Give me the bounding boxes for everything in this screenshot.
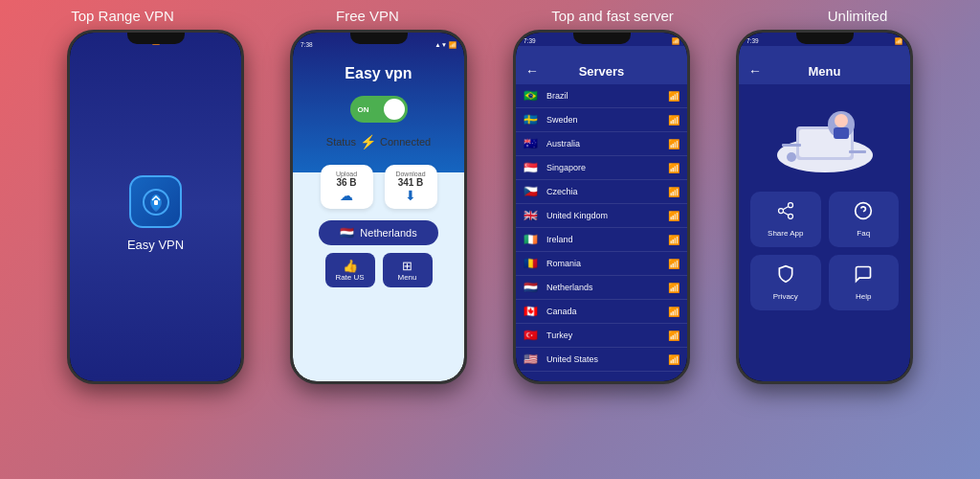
phone3-wrapper: 7:39 📶 ← Servers 🇧🇷 Brazil 📶 🇸🇪 bbox=[499, 30, 704, 384]
phone3-time: 7:39 bbox=[523, 37, 536, 44]
status-label: Status bbox=[326, 136, 356, 148]
server-netherlands-name: Netherlands bbox=[546, 283, 662, 292]
server-australia[interactable]: 🇦🇺 Australia 📶 bbox=[516, 132, 687, 156]
us-flag-icon: 🇺🇸 bbox=[523, 353, 541, 366]
help-label: Help bbox=[856, 292, 871, 301]
phone3: 7:39 📶 ← Servers 🇧🇷 Brazil 📶 🇸🇪 bbox=[513, 30, 690, 384]
phone1-notch bbox=[127, 33, 185, 44]
server-list: 🇧🇷 Brazil 📶 🇸🇪 Sweden 📶 🇦🇺 Australia 📶 bbox=[516, 84, 687, 381]
svg-line-16 bbox=[783, 206, 789, 209]
bottom-buttons: 👍 Rate US ⊞ Menu bbox=[325, 253, 433, 287]
server-singapore[interactable]: 🇸🇬 Singapore 📶 bbox=[516, 156, 687, 180]
phone2-bottombar: ◀ ⬤ ▬ bbox=[293, 381, 464, 384]
svg-rect-10 bbox=[849, 150, 866, 153]
signal-icon-4: 📶 bbox=[668, 163, 679, 173]
servers-header: ← Servers bbox=[516, 46, 687, 84]
vpn-toggle[interactable]: ON bbox=[350, 96, 408, 123]
menu-help[interactable]: Help bbox=[829, 255, 900, 310]
netherlands-flag-icon-3: 🇳🇱 bbox=[523, 281, 541, 294]
faq-label: Faq bbox=[857, 229, 870, 238]
menu-share-app[interactable]: Share App bbox=[750, 192, 821, 247]
phone4-time: 7:39 bbox=[746, 37, 759, 44]
svg-rect-2 bbox=[154, 200, 158, 205]
share-app-label: Share App bbox=[768, 229, 803, 238]
toggle-knob bbox=[384, 99, 405, 120]
phone4: 7:39 📶 ← Menu bbox=[736, 30, 913, 384]
upload-value: 36 B bbox=[330, 177, 364, 188]
svg-point-11 bbox=[787, 152, 796, 162]
download-value: 341 B bbox=[394, 177, 428, 188]
server-canada[interactable]: 🇨🇦 Canada 📶 bbox=[516, 300, 687, 324]
sweden-flag-icon: 🇸🇪 bbox=[523, 113, 541, 126]
menu-illustration bbox=[739, 84, 910, 184]
server-turkey[interactable]: 🇹🇷 Turkey 📶 bbox=[516, 324, 687, 348]
svg-point-7 bbox=[835, 114, 848, 127]
phone3-bottombar: ◀ ⬤ ▬ bbox=[516, 381, 687, 384]
download-icon: ⬇ bbox=[394, 188, 428, 203]
rate-label: Rate US bbox=[335, 273, 364, 282]
phone1-bottombar: ◀ ⬤ ▬ bbox=[70, 381, 241, 384]
canada-flag-icon: 🇨🇦 bbox=[523, 305, 541, 318]
brazil-flag-icon: 🇧🇷 bbox=[523, 89, 541, 103]
faq-icon bbox=[854, 201, 873, 225]
phone2-signal: ▲▼ 📶 bbox=[434, 41, 457, 49]
server-us[interactable]: 🇺🇸 United States 📶 bbox=[516, 348, 687, 372]
server-uk-name: United Kingdom bbox=[546, 211, 662, 220]
server-ireland[interactable]: 🇮🇪 Ireland 📶 bbox=[516, 228, 687, 252]
stats-row: Upload 36 B ☁ Download 341 B ⬇ bbox=[321, 165, 437, 209]
rate-us-button[interactable]: 👍 Rate US bbox=[325, 253, 375, 287]
menu-title: Menu bbox=[769, 64, 880, 79]
label-fast-server: Top and fast server bbox=[490, 8, 735, 24]
phone1: 📶 Easy VPN bbox=[67, 30, 244, 384]
svg-point-14 bbox=[788, 214, 792, 218]
servers-title: Servers bbox=[546, 64, 657, 79]
phone4-signal: 📶 bbox=[895, 37, 902, 45]
server-czechia-name: Czechia bbox=[546, 187, 662, 196]
server-singapore-name: Singapore bbox=[546, 163, 662, 172]
servers-back-icon[interactable]: ← bbox=[525, 63, 539, 79]
phone2: 7:38 ▲▼ 📶 Easy vpn ON Status ⚡ Connected bbox=[290, 30, 467, 384]
menu-back-icon[interactable]: ← bbox=[748, 63, 762, 79]
menu-privacy[interactable]: Privacy bbox=[750, 255, 821, 310]
server-czechia[interactable]: 🇨🇿 Czechia 📶 bbox=[516, 180, 687, 204]
server-turkey-name: Turkey bbox=[546, 331, 662, 340]
signal-icon-5: 📶 bbox=[668, 187, 679, 197]
server-netherlands[interactable]: 🇳🇱 Netherlands 📶 bbox=[516, 276, 687, 300]
server-sweden[interactable]: 🇸🇪 Sweden 📶 bbox=[516, 108, 687, 132]
menu-header: ← Menu bbox=[739, 46, 910, 84]
download-label: Download bbox=[394, 171, 428, 177]
turkey-flag-icon: 🇹🇷 bbox=[523, 329, 541, 342]
privacy-icon bbox=[776, 264, 795, 288]
server-uk[interactable]: 🇬🇧 United Kingdom 📶 bbox=[516, 204, 687, 228]
phone4-screen: 7:39 📶 ← Menu bbox=[739, 33, 910, 381]
toggle-on-label: ON bbox=[358, 105, 369, 114]
upload-label: Upload bbox=[330, 171, 364, 177]
server-romania[interactable]: 🇷🇴 Romania 📶 bbox=[516, 252, 687, 276]
menu-label: Menu bbox=[397, 273, 416, 282]
phone3-signal: 📶 bbox=[672, 37, 679, 45]
menu-faq[interactable]: Faq bbox=[829, 192, 900, 247]
menu-button[interactable]: ⊞ Menu bbox=[383, 253, 433, 287]
phone1-screen: 📶 Easy VPN bbox=[70, 33, 241, 381]
phone3-notch bbox=[573, 33, 631, 44]
server-romania-name: Romania bbox=[546, 259, 662, 268]
signal-icon-2: 📶 bbox=[668, 115, 679, 125]
country-button[interactable]: 🇳🇱 Netherlands bbox=[319, 220, 437, 245]
help-icon bbox=[854, 264, 873, 288]
rate-icon: 👍 bbox=[335, 259, 366, 273]
server-brazil[interactable]: 🇧🇷 Brazil 📶 bbox=[516, 84, 687, 108]
signal-icon-7: 📶 bbox=[668, 235, 679, 245]
phone4-wrapper: 7:39 📶 ← Menu bbox=[722, 30, 927, 384]
uk-flag-icon: 🇬🇧 bbox=[523, 209, 541, 222]
country-name: Netherlands bbox=[360, 227, 416, 239]
signal-icon-12: 📶 bbox=[668, 354, 679, 365]
download-stat: Download 341 B ⬇ bbox=[385, 165, 437, 209]
svg-point-13 bbox=[778, 209, 783, 214]
server-us-name: United States bbox=[546, 354, 662, 364]
australia-flag-icon: 🇦🇺 bbox=[523, 137, 541, 150]
phone4-bottombar: ◀ ⬤ ▬ bbox=[739, 381, 910, 384]
signal-icon-10: 📶 bbox=[668, 307, 679, 317]
server-canada-name: Canada bbox=[546, 307, 662, 316]
phone2-screen: 7:38 ▲▼ 📶 Easy vpn ON Status ⚡ Connected bbox=[293, 33, 464, 381]
signal-icon-6: 📶 bbox=[668, 211, 679, 221]
